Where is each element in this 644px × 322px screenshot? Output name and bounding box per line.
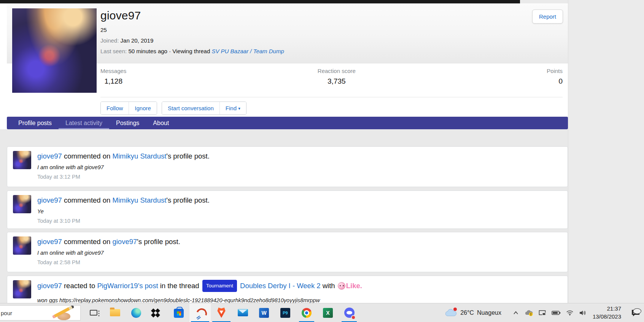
screen: giove97 25 Joined: Jan 20, 2019 Last see… — [0, 0, 644, 322]
find-button[interactable]: Find ▾ — [219, 102, 246, 114]
suffix-text: 's profile post. — [166, 152, 210, 160]
cast-tray-button[interactable] — [538, 309, 547, 317]
onedrive-tray-button[interactable] — [523, 309, 534, 317]
profile-avatar[interactable] — [12, 8, 97, 93]
tab-postings[interactable]: Postings — [109, 117, 146, 129]
file-explorer-button[interactable] — [104, 303, 126, 322]
activity-title: giove97 reacted to PigWarrior19's post i… — [37, 281, 561, 293]
find-label: Find — [226, 105, 237, 111]
dropbox-icon — [155, 308, 160, 313]
actor-link[interactable]: giove97 — [37, 282, 62, 290]
stat-label: Messages — [100, 68, 126, 74]
snip-sketch-button[interactable] — [189, 303, 211, 322]
start-conversation-button[interactable]: Start conversation — [162, 102, 219, 114]
battery-icon — [552, 310, 561, 316]
excel-icon: X — [323, 308, 333, 318]
search-highlight-pencil-art — [47, 307, 77, 320]
avatar[interactable] — [13, 236, 31, 255]
follow-ignore-group: Follow Ignore — [100, 102, 157, 115]
avatar[interactable] — [13, 195, 31, 213]
conversation-find-group: Start conversation Find ▾ — [162, 102, 246, 115]
avatar[interactable] — [13, 280, 31, 298]
action-text: commented on — [62, 196, 113, 204]
profile-tab-bar: Profile posts Latest activity Postings A… — [7, 117, 568, 129]
divider — [100, 97, 563, 97]
stat-points: Points 0 — [547, 68, 563, 86]
target-link[interactable]: Mimikyu Stardust — [112, 196, 166, 204]
profile-info: giove97 25 Joined: Jan 20, 2019 Last see… — [100, 9, 284, 54]
wifi-tray-button[interactable] — [565, 309, 574, 316]
follow-button[interactable]: Follow — [101, 102, 129, 114]
tab-latest-activity[interactable]: Latest activity — [59, 117, 109, 129]
thread-link[interactable]: Doubles Derby I - Week 2 — [240, 282, 320, 290]
brave-button[interactable] — [211, 303, 232, 322]
stat-value-messages[interactable]: 1,128 — [100, 77, 126, 86]
viewing-thread-link[interactable]: SV PU Bazaar / Team Dump — [211, 48, 284, 54]
chevron-up-icon — [513, 311, 519, 315]
word-button[interactable]: W — [253, 303, 275, 322]
system-tray — [512, 309, 587, 317]
activity-feed: giove97 commented on Mimikyu Stardust's … — [0, 129, 568, 303]
actor-link[interactable]: giove97 — [37, 196, 62, 204]
actor-link[interactable]: giove97 — [37, 152, 62, 160]
profile-stats: Messages 1,128 Reaction score 3,735 Poin… — [100, 63, 563, 97]
snip-sketch-icon — [196, 308, 205, 317]
tab-profile-posts[interactable]: Profile posts — [11, 117, 59, 129]
discord-button[interactable] — [339, 303, 360, 322]
age-text: 25 — [100, 27, 284, 33]
tournament-badge[interactable]: Tournament — [202, 280, 237, 292]
microsoft-store-button[interactable] — [168, 303, 189, 322]
edge-icon — [131, 308, 141, 318]
activity-title: giove97 commented on giove97's profile p… — [37, 237, 561, 246]
notification-badge — [351, 315, 356, 320]
weather-cloud-icon — [444, 308, 457, 317]
timestamp-link[interactable]: Today at 3:12 PM — [37, 174, 561, 180]
target-link[interactable]: giove97 — [112, 238, 137, 246]
taskbar-search-box[interactable]: pour — [0, 305, 81, 320]
volume-icon — [579, 310, 587, 316]
activity-item: giove97 commented on Mimikyu Stardust's … — [7, 146, 568, 187]
pg-app-button[interactable]: P9 — [275, 303, 296, 322]
profile-header: giove97 25 Joined: Jan 20, 2019 Last see… — [7, 4, 568, 117]
forum-profile-page: giove97 25 Joined: Jan 20, 2019 Last see… — [0, 3, 568, 303]
window-top-strip — [0, 0, 520, 3]
stat-value-points[interactable]: 0 — [547, 77, 563, 86]
weather-widget[interactable]: 26°C Nuageux — [444, 308, 501, 317]
task-view-icon — [90, 310, 97, 316]
show-hidden-icons-button[interactable] — [512, 310, 520, 316]
excel-button[interactable]: X — [317, 303, 339, 322]
task-view-button[interactable] — [83, 303, 104, 322]
avatar[interactable] — [13, 151, 31, 169]
file-explorer-icon — [110, 309, 120, 316]
suffix-text: 's profile post. — [166, 196, 210, 204]
mail-icon — [238, 309, 248, 316]
battery-tray-button[interactable] — [551, 309, 561, 316]
onedrive-icon — [524, 309, 533, 316]
quote-text: I am online with alt giove97 — [37, 164, 561, 170]
timestamp-link[interactable]: Today at 3:10 PM — [37, 218, 561, 224]
tab-about[interactable]: About — [146, 117, 176, 129]
target-link[interactable]: Mimikyu Stardust — [112, 152, 166, 160]
chrome-button[interactable] — [296, 303, 317, 322]
ignore-button[interactable]: Ignore — [129, 102, 157, 114]
joined-label: Joined: — [100, 37, 119, 44]
notification-center-button[interactable] — [631, 309, 640, 317]
mail-button[interactable] — [232, 303, 253, 322]
edge-button[interactable] — [126, 303, 147, 322]
timestamp-link[interactable]: Today at 2:58 PM — [37, 259, 561, 265]
joined-value: Jan 20, 2019 — [121, 37, 154, 44]
actor-link[interactable]: giove97 — [37, 238, 62, 246]
target-link[interactable]: PigWarrior19's post — [97, 282, 158, 290]
volume-tray-button[interactable] — [578, 309, 587, 317]
desktop-background — [568, 0, 644, 303]
taskbar-clock[interactable]: 21:37 13/08/2023 — [593, 305, 621, 320]
report-button[interactable]: Report — [532, 10, 563, 24]
word-icon: W — [259, 308, 269, 318]
dropbox-button[interactable] — [147, 303, 168, 322]
stat-value-reaction-score[interactable]: 3,735 — [318, 77, 356, 86]
chevron-down-icon: ▾ — [238, 106, 240, 111]
page-title-username: giove97 — [100, 9, 284, 22]
stat-label: Reaction score — [318, 68, 356, 74]
suffix-text: 's profile post. — [137, 238, 180, 246]
stat-messages: Messages 1,128 — [100, 68, 126, 86]
